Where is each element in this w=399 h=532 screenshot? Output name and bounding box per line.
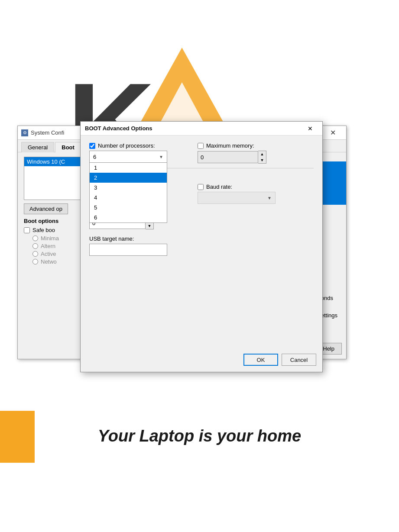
tab-general[interactable]: General: [21, 142, 54, 152]
dialog-body: Number of processors: 6 ▼ 1 2 3 4 5: [81, 135, 322, 267]
dialog-titlebar: BOOT Advanced Options ✕: [81, 122, 322, 135]
dialog-close-button[interactable]: ✕: [302, 123, 318, 135]
memory-input-container: ▲ ▼: [198, 151, 284, 164]
dialog-cancel-button[interactable]: Cancel: [282, 354, 316, 366]
option-3[interactable]: 3: [90, 183, 167, 193]
orange-strip: [0, 411, 35, 463]
safe-boot-checkbox[interactable]: [24, 227, 30, 233]
advanced-options-button[interactable]: Advanced op: [24, 203, 68, 214]
usb-target-input[interactable]: [89, 244, 167, 256]
sysconfig-title: System Confi: [31, 129, 64, 136]
memory-checkbox-row: Maximum memory:: [198, 142, 284, 149]
memory-label: Maximum memory:: [206, 142, 254, 149]
memory-section: Maximum memory: ▲ ▼: [198, 142, 284, 164]
memory-input[interactable]: [198, 151, 258, 163]
memory-spinner-down[interactable]: ▼: [258, 157, 266, 163]
option-1[interactable]: 1: [90, 163, 167, 173]
radio-active-label: Active: [41, 251, 56, 257]
channel-spinner-down[interactable]: ▼: [146, 223, 153, 229]
baud-rate-chevron-icon: ▼: [267, 196, 272, 200]
usb-target-label: USB target name:: [89, 235, 314, 242]
radio-alternate-input[interactable]: [32, 243, 38, 249]
processors-dropdown[interactable]: 1 2 3 4 5 6: [89, 163, 167, 223]
processors-section: Number of processors: 6 ▼ 1 2 3 4 5: [89, 142, 185, 163]
processors-checkbox-row: Number of processors:: [89, 142, 185, 149]
baud-rate-checkbox[interactable]: [198, 184, 204, 190]
radio-network-input[interactable]: [32, 259, 38, 264]
radio-network-label: Netwo: [41, 258, 57, 265]
dialog-title: BOOT Advanced Options: [85, 125, 152, 132]
dropdown-chevron-icon: ▼: [159, 155, 163, 159]
radio-minimal-input[interactable]: [32, 235, 38, 241]
baud-rate-select[interactable]: ▼: [198, 192, 276, 204]
memory-spinner-up[interactable]: ▲: [258, 151, 266, 157]
option-5[interactable]: 5: [90, 203, 167, 213]
sysconfig-close-button[interactable]: ✕: [323, 126, 343, 140]
processors-select-value: 6: [93, 154, 96, 160]
baud-rate-section: Baud rate: ▼: [198, 184, 284, 204]
radio-active-input[interactable]: [32, 251, 38, 257]
sysconfig-titlebar-left: ⚙ System Confi: [21, 129, 64, 136]
option-4[interactable]: 4: [90, 193, 167, 203]
option-2[interactable]: 2: [90, 173, 167, 183]
sysconfig-app-icon: ⚙: [21, 129, 28, 136]
proc-memory-row: Number of processors: 6 ▼ 1 2 3 4 5: [89, 142, 314, 164]
processors-dropdown-container: 6 ▼ 1 2 3 4 5 6: [89, 151, 167, 163]
baud-rate-checkbox-row: Baud rate:: [198, 184, 284, 190]
processors-select[interactable]: 6 ▼: [89, 151, 167, 163]
boot-advanced-dialog: BOOT Advanced Options ✕ Number of proces…: [80, 121, 323, 372]
tagline-text: Your Laptop is your home: [98, 427, 301, 445]
dialog-footer: OK Cancel: [243, 354, 316, 366]
processors-checkbox[interactable]: [89, 143, 95, 149]
baud-rate-label: Baud rate:: [206, 184, 232, 190]
usb-target-row: USB target name:: [89, 235, 314, 256]
memory-checkbox[interactable]: [198, 143, 204, 149]
safe-boot-label: Safe boo: [32, 227, 55, 233]
tab-boot[interactable]: Boot: [55, 142, 81, 152]
radio-minimal-label: Minima: [41, 235, 59, 242]
processors-label: Number of processors:: [98, 142, 155, 149]
memory-spinner: ▲ ▼: [258, 151, 266, 164]
radio-alternate-label: Altern: [41, 243, 55, 249]
dialog-ok-button[interactable]: OK: [243, 354, 278, 366]
option-6[interactable]: 6: [90, 213, 167, 222]
